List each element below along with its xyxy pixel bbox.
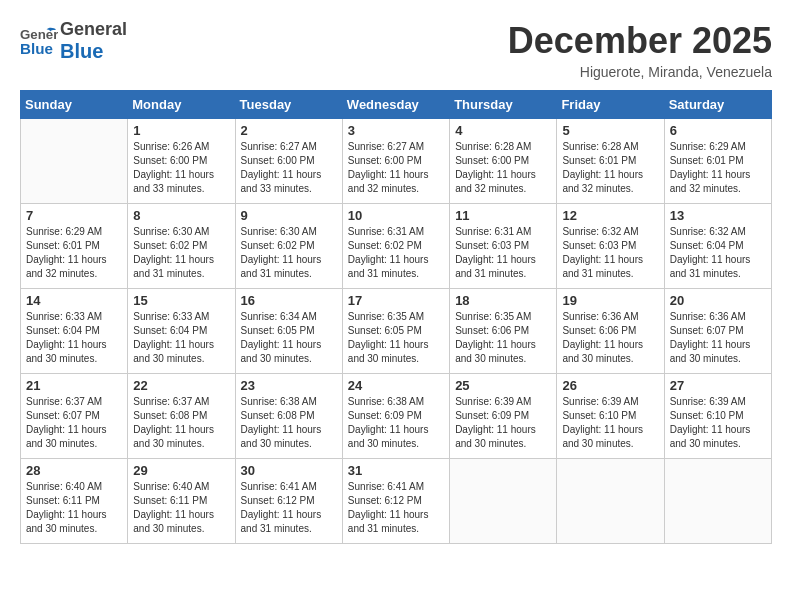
calendar-cell: 14Sunrise: 6:33 AMSunset: 6:04 PMDayligh… bbox=[21, 289, 128, 374]
page-header: General Blue General Blue December 2025 … bbox=[20, 20, 772, 80]
calendar-cell: 15Sunrise: 6:33 AMSunset: 6:04 PMDayligh… bbox=[128, 289, 235, 374]
calendar-cell: 24Sunrise: 6:38 AMSunset: 6:09 PMDayligh… bbox=[342, 374, 449, 459]
calendar-cell: 10Sunrise: 6:31 AMSunset: 6:02 PMDayligh… bbox=[342, 204, 449, 289]
day-number: 24 bbox=[348, 378, 444, 393]
calendar-cell: 25Sunrise: 6:39 AMSunset: 6:09 PMDayligh… bbox=[450, 374, 557, 459]
day-info: Sunrise: 6:31 AMSunset: 6:03 PMDaylight:… bbox=[455, 225, 551, 281]
calendar-cell: 8Sunrise: 6:30 AMSunset: 6:02 PMDaylight… bbox=[128, 204, 235, 289]
day-number: 14 bbox=[26, 293, 122, 308]
calendar-cell: 4Sunrise: 6:28 AMSunset: 6:00 PMDaylight… bbox=[450, 119, 557, 204]
day-info: Sunrise: 6:41 AMSunset: 6:12 PMDaylight:… bbox=[348, 480, 444, 536]
day-number: 31 bbox=[348, 463, 444, 478]
day-of-week-header: Monday bbox=[128, 91, 235, 119]
logo-general-text: General bbox=[60, 20, 127, 40]
logo: General Blue General Blue bbox=[20, 20, 127, 62]
day-number: 15 bbox=[133, 293, 229, 308]
day-info: Sunrise: 6:34 AMSunset: 6:05 PMDaylight:… bbox=[241, 310, 337, 366]
day-info: Sunrise: 6:29 AMSunset: 6:01 PMDaylight:… bbox=[26, 225, 122, 281]
day-number: 30 bbox=[241, 463, 337, 478]
calendar-cell: 2Sunrise: 6:27 AMSunset: 6:00 PMDaylight… bbox=[235, 119, 342, 204]
day-number: 20 bbox=[670, 293, 766, 308]
day-of-week-header: Wednesday bbox=[342, 91, 449, 119]
day-number: 7 bbox=[26, 208, 122, 223]
day-number: 9 bbox=[241, 208, 337, 223]
calendar-cell: 27Sunrise: 6:39 AMSunset: 6:10 PMDayligh… bbox=[664, 374, 771, 459]
calendar-cell: 7Sunrise: 6:29 AMSunset: 6:01 PMDaylight… bbox=[21, 204, 128, 289]
day-info: Sunrise: 6:27 AMSunset: 6:00 PMDaylight:… bbox=[348, 140, 444, 196]
day-info: Sunrise: 6:36 AMSunset: 6:07 PMDaylight:… bbox=[670, 310, 766, 366]
calendar-week-row: 14Sunrise: 6:33 AMSunset: 6:04 PMDayligh… bbox=[21, 289, 772, 374]
day-number: 16 bbox=[241, 293, 337, 308]
day-info: Sunrise: 6:39 AMSunset: 6:09 PMDaylight:… bbox=[455, 395, 551, 451]
calendar-header: SundayMondayTuesdayWednesdayThursdayFrid… bbox=[21, 91, 772, 119]
calendar-cell bbox=[21, 119, 128, 204]
day-number: 19 bbox=[562, 293, 658, 308]
day-number: 26 bbox=[562, 378, 658, 393]
calendar-cell: 13Sunrise: 6:32 AMSunset: 6:04 PMDayligh… bbox=[664, 204, 771, 289]
day-info: Sunrise: 6:33 AMSunset: 6:04 PMDaylight:… bbox=[26, 310, 122, 366]
day-info: Sunrise: 6:32 AMSunset: 6:03 PMDaylight:… bbox=[562, 225, 658, 281]
calendar-table: SundayMondayTuesdayWednesdayThursdayFrid… bbox=[20, 90, 772, 544]
day-of-week-header: Saturday bbox=[664, 91, 771, 119]
calendar-cell: 29Sunrise: 6:40 AMSunset: 6:11 PMDayligh… bbox=[128, 459, 235, 544]
calendar-cell: 1Sunrise: 6:26 AMSunset: 6:00 PMDaylight… bbox=[128, 119, 235, 204]
day-number: 17 bbox=[348, 293, 444, 308]
day-info: Sunrise: 6:41 AMSunset: 6:12 PMDaylight:… bbox=[241, 480, 337, 536]
calendar-cell bbox=[664, 459, 771, 544]
day-of-week-header: Friday bbox=[557, 91, 664, 119]
day-info: Sunrise: 6:32 AMSunset: 6:04 PMDaylight:… bbox=[670, 225, 766, 281]
calendar-cell: 20Sunrise: 6:36 AMSunset: 6:07 PMDayligh… bbox=[664, 289, 771, 374]
day-number: 6 bbox=[670, 123, 766, 138]
day-info: Sunrise: 6:40 AMSunset: 6:11 PMDaylight:… bbox=[26, 480, 122, 536]
calendar-cell: 17Sunrise: 6:35 AMSunset: 6:05 PMDayligh… bbox=[342, 289, 449, 374]
calendar-body: 1Sunrise: 6:26 AMSunset: 6:00 PMDaylight… bbox=[21, 119, 772, 544]
calendar-cell: 28Sunrise: 6:40 AMSunset: 6:11 PMDayligh… bbox=[21, 459, 128, 544]
day-info: Sunrise: 6:35 AMSunset: 6:06 PMDaylight:… bbox=[455, 310, 551, 366]
calendar-week-row: 28Sunrise: 6:40 AMSunset: 6:11 PMDayligh… bbox=[21, 459, 772, 544]
location-text: Higuerote, Miranda, Venezuela bbox=[508, 64, 772, 80]
logo-text: General Blue bbox=[60, 20, 127, 62]
calendar-cell: 19Sunrise: 6:36 AMSunset: 6:06 PMDayligh… bbox=[557, 289, 664, 374]
day-info: Sunrise: 6:31 AMSunset: 6:02 PMDaylight:… bbox=[348, 225, 444, 281]
day-number: 11 bbox=[455, 208, 551, 223]
day-number: 25 bbox=[455, 378, 551, 393]
day-number: 27 bbox=[670, 378, 766, 393]
day-number: 1 bbox=[133, 123, 229, 138]
day-info: Sunrise: 6:40 AMSunset: 6:11 PMDaylight:… bbox=[133, 480, 229, 536]
calendar-cell: 30Sunrise: 6:41 AMSunset: 6:12 PMDayligh… bbox=[235, 459, 342, 544]
day-info: Sunrise: 6:36 AMSunset: 6:06 PMDaylight:… bbox=[562, 310, 658, 366]
calendar-cell: 22Sunrise: 6:37 AMSunset: 6:08 PMDayligh… bbox=[128, 374, 235, 459]
day-number: 28 bbox=[26, 463, 122, 478]
day-info: Sunrise: 6:38 AMSunset: 6:09 PMDaylight:… bbox=[348, 395, 444, 451]
calendar-cell: 9Sunrise: 6:30 AMSunset: 6:02 PMDaylight… bbox=[235, 204, 342, 289]
calendar-cell: 5Sunrise: 6:28 AMSunset: 6:01 PMDaylight… bbox=[557, 119, 664, 204]
day-info: Sunrise: 6:28 AMSunset: 6:01 PMDaylight:… bbox=[562, 140, 658, 196]
calendar-cell: 21Sunrise: 6:37 AMSunset: 6:07 PMDayligh… bbox=[21, 374, 128, 459]
day-info: Sunrise: 6:39 AMSunset: 6:10 PMDaylight:… bbox=[562, 395, 658, 451]
calendar-cell: 16Sunrise: 6:34 AMSunset: 6:05 PMDayligh… bbox=[235, 289, 342, 374]
day-number: 29 bbox=[133, 463, 229, 478]
day-info: Sunrise: 6:37 AMSunset: 6:07 PMDaylight:… bbox=[26, 395, 122, 451]
day-number: 4 bbox=[455, 123, 551, 138]
day-info: Sunrise: 6:33 AMSunset: 6:04 PMDaylight:… bbox=[133, 310, 229, 366]
day-info: Sunrise: 6:30 AMSunset: 6:02 PMDaylight:… bbox=[133, 225, 229, 281]
calendar-cell bbox=[557, 459, 664, 544]
day-info: Sunrise: 6:38 AMSunset: 6:08 PMDaylight:… bbox=[241, 395, 337, 451]
day-info: Sunrise: 6:35 AMSunset: 6:05 PMDaylight:… bbox=[348, 310, 444, 366]
calendar-cell: 23Sunrise: 6:38 AMSunset: 6:08 PMDayligh… bbox=[235, 374, 342, 459]
logo-blue-text: Blue bbox=[60, 40, 127, 62]
svg-text:Blue: Blue bbox=[20, 40, 53, 57]
day-info: Sunrise: 6:26 AMSunset: 6:00 PMDaylight:… bbox=[133, 140, 229, 196]
days-of-week-row: SundayMondayTuesdayWednesdayThursdayFrid… bbox=[21, 91, 772, 119]
day-number: 22 bbox=[133, 378, 229, 393]
logo-icon: General Blue bbox=[20, 22, 58, 60]
calendar-cell: 3Sunrise: 6:27 AMSunset: 6:00 PMDaylight… bbox=[342, 119, 449, 204]
day-info: Sunrise: 6:30 AMSunset: 6:02 PMDaylight:… bbox=[241, 225, 337, 281]
calendar-week-row: 1Sunrise: 6:26 AMSunset: 6:00 PMDaylight… bbox=[21, 119, 772, 204]
day-of-week-header: Tuesday bbox=[235, 91, 342, 119]
calendar-week-row: 21Sunrise: 6:37 AMSunset: 6:07 PMDayligh… bbox=[21, 374, 772, 459]
day-number: 8 bbox=[133, 208, 229, 223]
calendar-week-row: 7Sunrise: 6:29 AMSunset: 6:01 PMDaylight… bbox=[21, 204, 772, 289]
calendar-cell: 31Sunrise: 6:41 AMSunset: 6:12 PMDayligh… bbox=[342, 459, 449, 544]
calendar-cell: 11Sunrise: 6:31 AMSunset: 6:03 PMDayligh… bbox=[450, 204, 557, 289]
